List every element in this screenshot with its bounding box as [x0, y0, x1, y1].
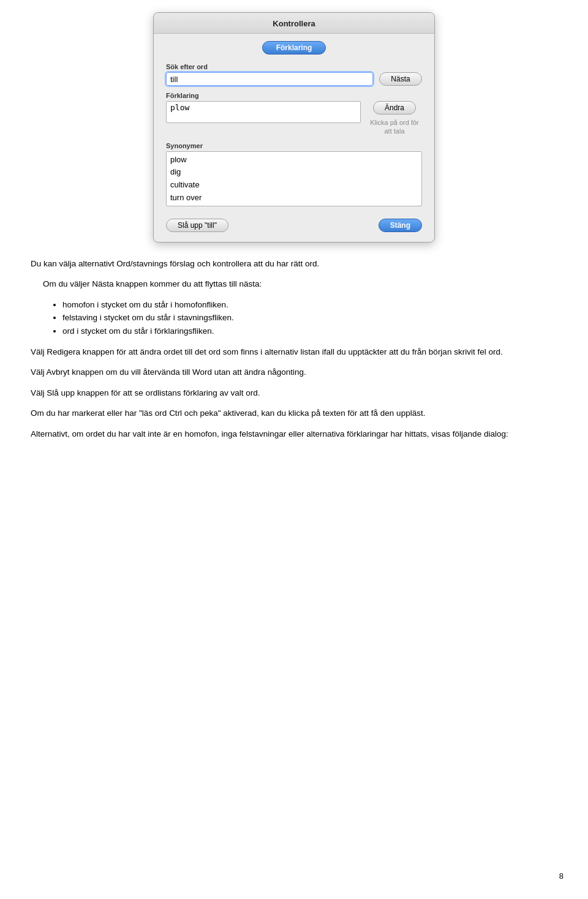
bullet-list: homofon i stycket om du står i homofonfl… [62, 298, 557, 338]
paragraph-3: Välj Avbryt knappen om du vill återvända… [31, 366, 557, 379]
next-button[interactable]: Nästa [379, 72, 422, 86]
paragraph-1: Du kan välja alternativt Ord/stavnings f… [31, 257, 557, 271]
dialog-window: Kontrollera Förklaring Sök efter ord Näs… [153, 12, 435, 243]
tab-forklaring[interactable]: Förklaring [262, 41, 326, 55]
dialog-title: Kontrollera [154, 13, 434, 34]
bullet-item-2: felstaving i stycket om du står i stavni… [62, 311, 557, 325]
synonym-item-2[interactable]: dig [170, 166, 418, 179]
synonyms-group: Synonymer plow dig cultivate turn over [166, 142, 422, 206]
synonym-item-1[interactable]: plow [170, 154, 418, 167]
explanation-area-wrapper: plow [166, 101, 361, 123]
dialog-body: Sök efter ord Nästa Förklaring plow Ändr… [154, 63, 434, 206]
explanation-textarea[interactable]: plow [166, 101, 361, 123]
paragraph-2: Välj Redigera knappen för att ändra orde… [31, 345, 557, 359]
synonyms-list[interactable]: plow dig cultivate turn over [166, 151, 422, 206]
synonym-item-3[interactable]: cultivate [170, 179, 418, 192]
synonyms-row: plow dig cultivate turn over [166, 151, 422, 206]
main-content: Du kan välja alternativt Ord/stavnings f… [24, 257, 564, 441]
search-group: Sök efter ord Nästa [166, 63, 422, 86]
paragraph-4: Välj Slå upp knappen för att se ordlista… [31, 386, 557, 400]
click-hint-text: Klicka på ord för att tala [367, 118, 422, 136]
synonym-item-4[interactable]: turn over [170, 192, 418, 205]
dialog-footer: Slå upp "till" Stäng [154, 213, 434, 232]
search-label: Sök efter ord [166, 63, 422, 70]
synonyms-label: Synonymer [166, 142, 422, 149]
explanation-group: Förklaring plow Ändra Klicka på ord för … [166, 92, 422, 136]
tab-bar: Förklaring [154, 41, 434, 55]
search-row: Nästa [166, 72, 422, 86]
page-number: 8 [559, 871, 564, 881]
close-button[interactable]: Stäng [379, 219, 422, 232]
paragraph-5: Om du har markerat eller har "läs ord Ct… [31, 407, 557, 420]
paragraph-6: Alternativt, om ordet du har valt inte ä… [31, 427, 557, 441]
lookup-button[interactable]: Slå upp "till" [166, 219, 228, 232]
bullet-item-3: ord i stycket om du står i förklaringsfl… [62, 325, 557, 338]
bullet-item-1: homofon i stycket om du står i homofonfl… [62, 298, 557, 312]
search-input[interactable] [166, 72, 373, 86]
intro-next: Om du väljer Nästa knappen kommer du att… [43, 277, 557, 291]
next-description-block: Om du väljer Nästa knappen kommer du att… [43, 277, 557, 337]
explanation-label: Förklaring [166, 92, 422, 99]
edit-button[interactable]: Ändra [373, 101, 416, 115]
explanation-row: plow Ändra Klicka på ord för att tala [166, 101, 422, 136]
explanation-right-col: Ändra Klicka på ord för att tala [367, 101, 422, 136]
